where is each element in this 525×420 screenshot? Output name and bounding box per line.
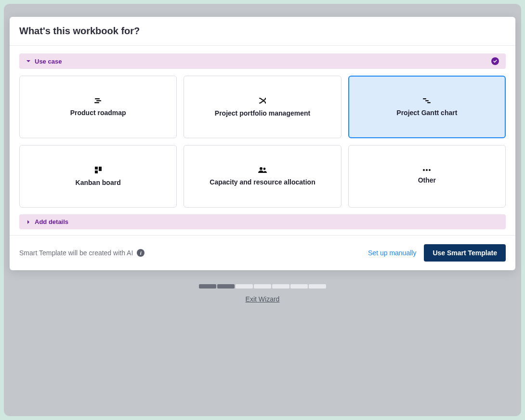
usecase-card-product-roadmap[interactable]: Product roadmap bbox=[19, 76, 177, 138]
progress-segment bbox=[309, 284, 326, 289]
section-use-case-label: Use case bbox=[35, 58, 62, 65]
exit-wizard-link[interactable]: Exit Wizard bbox=[246, 295, 280, 303]
usecase-card-label: Project Gantt chart bbox=[396, 109, 457, 117]
usecase-card-label: Capacity and resource allocation bbox=[210, 178, 315, 186]
wizard-progress-area: Exit Wizard bbox=[0, 284, 525, 303]
usecase-card-capacity[interactable]: Capacity and resource allocation bbox=[184, 145, 341, 208]
footer-note-text: Smart Template will be created with AI bbox=[19, 249, 133, 257]
svg-rect-4 bbox=[425, 100, 429, 101]
svg-rect-6 bbox=[95, 167, 98, 170]
svg-rect-1 bbox=[96, 100, 101, 101]
svg-rect-5 bbox=[427, 102, 431, 103]
modal-body: Use case Product roadmapProject portfoli… bbox=[10, 46, 515, 235]
wizard-modal: What's this workbook for? Use case Produ… bbox=[10, 17, 515, 270]
setup-manually-link[interactable]: Set up manually bbox=[368, 249, 416, 257]
wizard-progress bbox=[199, 284, 326, 289]
usecase-card-label: Project portfolio management bbox=[215, 109, 310, 117]
svg-rect-0 bbox=[95, 98, 100, 99]
chevron-down-icon bbox=[26, 59, 31, 64]
chevron-right-icon bbox=[26, 220, 31, 224]
svg-rect-8 bbox=[95, 171, 98, 173]
usecase-card-gantt-chart[interactable]: Project Gantt chart bbox=[348, 76, 506, 138]
svg-rect-2 bbox=[94, 102, 99, 103]
info-icon[interactable]: i bbox=[137, 249, 144, 257]
section-use-case[interactable]: Use case bbox=[19, 53, 506, 69]
modal-title: What's this workbook for? bbox=[19, 26, 506, 37]
section-add-details[interactable]: Add details bbox=[19, 214, 506, 229]
usecase-card-other[interactable]: Other bbox=[348, 145, 506, 208]
usecase-grid: Product roadmapProject portfolio managem… bbox=[19, 76, 506, 208]
svg-rect-7 bbox=[99, 167, 102, 171]
svg-point-10 bbox=[263, 168, 266, 170]
use-smart-template-button[interactable]: Use Smart Template bbox=[424, 244, 506, 262]
gantt-icon bbox=[422, 97, 431, 104]
progress-segment bbox=[199, 284, 216, 289]
usecase-card-label: Other bbox=[418, 176, 436, 184]
footer-note: Smart Template will be created with AI i bbox=[19, 249, 144, 257]
usecase-card-kanban-board[interactable]: Kanban board bbox=[19, 145, 177, 208]
kanban-icon bbox=[94, 166, 102, 174]
usecase-card-label: Kanban board bbox=[76, 179, 121, 186]
dots-icon bbox=[422, 169, 432, 171]
svg-point-12 bbox=[426, 169, 428, 171]
modal-header: What's this workbook for? bbox=[10, 17, 515, 46]
progress-segment bbox=[236, 284, 253, 289]
svg-point-9 bbox=[260, 167, 262, 170]
modal-footer: Smart Template will be created with AI i… bbox=[10, 235, 515, 270]
usecase-card-label: Product roadmap bbox=[70, 109, 126, 117]
section-add-details-label: Add details bbox=[35, 218, 68, 225]
progress-segment bbox=[254, 284, 271, 289]
roadmap-icon bbox=[94, 97, 103, 104]
svg-point-11 bbox=[423, 169, 425, 171]
progress-segment bbox=[217, 284, 235, 289]
progress-segment bbox=[272, 284, 289, 289]
usecase-card-project-portfolio[interactable]: Project portfolio management bbox=[184, 76, 341, 138]
progress-segment bbox=[290, 284, 308, 289]
svg-point-13 bbox=[429, 169, 431, 171]
svg-rect-3 bbox=[423, 98, 426, 99]
people-icon bbox=[258, 167, 267, 173]
check-circle-icon bbox=[491, 57, 499, 65]
portfolio-icon bbox=[258, 97, 267, 105]
